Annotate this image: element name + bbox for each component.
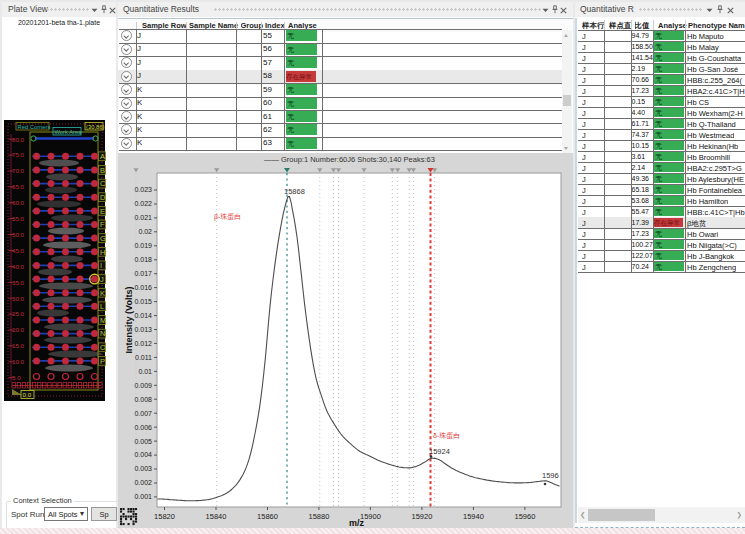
svg-text:10.0: 10.0 [12,358,25,365]
svg-text:0.022: 0.022 [134,200,152,207]
svg-text:A: A [100,152,105,161]
svg-text:Work Area: Work Area [55,129,83,135]
svg-text:70.0: 70.0 [12,167,25,174]
svg-text:H: H [100,248,105,257]
svg-text:45.0: 45.0 [12,247,25,254]
svg-text:0.008: 0.008 [134,396,152,403]
svg-text:I: I [100,261,102,270]
svg-text:F: F [100,220,105,229]
svg-text:0.013: 0.013 [134,326,152,333]
svg-text:B: B [100,166,105,175]
svg-text:0.016: 0.016 [134,284,152,291]
svg-text:0.007: 0.007 [134,410,152,417]
svg-text:0.003: 0.003 [134,465,152,472]
svg-text:0.014: 0.014 [134,312,152,319]
svg-text:0.009: 0.009 [134,382,152,389]
svg-text:P: P [100,357,105,366]
svg-text:15880: 15880 [308,512,329,521]
svg-text:0.005: 0.005 [134,438,152,445]
svg-text:0.001: 0.001 [134,493,152,500]
svg-text:15.0: 15.0 [12,342,25,349]
svg-text:0.011: 0.011 [135,354,152,361]
svg-text:β-珠蛋白: β-珠蛋白 [214,213,241,221]
svg-text:0.002: 0.002 [134,479,152,486]
svg-text:G: G [100,234,106,243]
svg-text:C: C [100,179,106,188]
svg-text:δ-珠蛋白: δ-珠蛋白 [433,432,460,440]
svg-text:0,0: 0,0 [23,391,32,398]
svg-text:15820: 15820 [154,512,175,521]
svg-text:K: K [100,289,105,298]
svg-text:35.0: 35.0 [12,279,25,286]
svg-text:0.004: 0.004 [134,451,152,458]
svg-text:15840: 15840 [206,512,227,521]
svg-text:0.018: 0.018 [134,256,152,263]
svg-text:15924: 15924 [429,447,450,456]
svg-text:50.0: 50.0 [12,231,25,238]
svg-text:J: J [100,275,104,284]
svg-text:M: M [100,316,106,325]
svg-text:0.017: 0.017 [134,270,152,277]
svg-text:N: N [100,329,105,338]
svg-text:L: L [100,302,104,311]
svg-text:O: O [100,343,106,352]
svg-text:0.006: 0.006 [134,424,152,431]
svg-text:55.0: 55.0 [12,215,25,222]
svg-text:0.02: 0.02 [138,228,152,235]
svg-text:1596: 1596 [542,471,559,480]
svg-text:D: D [100,193,106,202]
svg-text:0.021: 0.021 [134,214,152,221]
svg-text:75.0: 75.0 [12,151,25,158]
svg-text:25.0: 25.0 [12,310,25,317]
svg-text:0.015: 0.015 [134,298,152,305]
svg-text:15860: 15860 [257,512,278,521]
svg-text:15868: 15868 [284,187,305,196]
svg-text:20.0: 20.0 [12,326,25,333]
svg-text:30.0: 30.0 [12,295,25,302]
svg-text:60.0: 60.0 [12,199,25,206]
svg-text:0.019: 0.019 [134,242,152,249]
svg-text:15940: 15940 [463,512,484,521]
svg-text:80.0: 80.0 [12,136,25,143]
svg-text:15960: 15960 [514,512,535,521]
svg-text:0.023: 0.023 [134,186,152,193]
svg-text:65.0: 65.0 [12,183,25,190]
svg-text:E: E [100,207,105,216]
svg-text:15920: 15920 [411,512,432,521]
svg-text:(30,86): (30,86) [86,124,104,130]
svg-text:Red Corners: Red Corners [18,124,51,130]
svg-text:40.0: 40.0 [12,263,25,270]
svg-text:0.01: 0.01 [138,368,152,375]
svg-text:0.012: 0.012 [134,340,152,347]
